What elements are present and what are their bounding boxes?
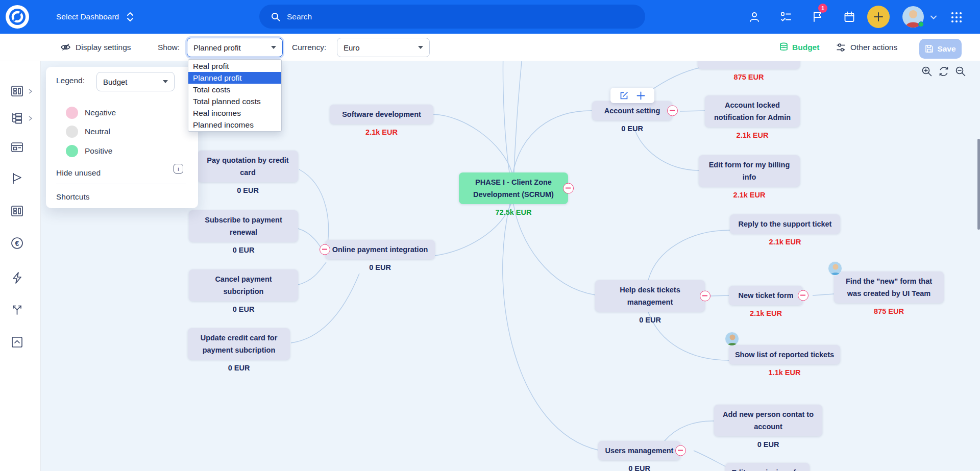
node-new-ticket-form[interactable]: New ticket form 2.1k EUR [729, 286, 803, 318]
legend-type-value: Budget [103, 78, 128, 86]
sidebar-flag-icon[interactable] [10, 171, 24, 185]
legend-item-neutral: Neutral [85, 126, 110, 138]
option-total-costs[interactable]: Total costs [188, 84, 281, 95]
currency-label: Currency: [292, 34, 326, 61]
assignee-avatar [725, 332, 739, 346]
node-cancel-subscription[interactable]: Cancel payment subcription 0 EUR [189, 269, 298, 314]
hide-unused-toggle[interactable]: Hide unused [56, 167, 101, 178]
node-online-payment[interactable]: Online payment integration 0 EUR [325, 240, 435, 272]
tasks-checklist-icon[interactable] [780, 11, 792, 23]
sidebar-branch-icon[interactable] [10, 303, 24, 316]
sidebar-hierarchy-icon[interactable] [10, 111, 24, 125]
node-subscribe-renewal[interactable]: Subscribe to payment renewal 0 EUR [189, 210, 298, 255]
node-hover-toolbar [610, 88, 654, 103]
person-icon[interactable] [748, 11, 761, 23]
sidebar-browser-icon[interactable] [10, 140, 24, 154]
collapse-node-button[interactable] [320, 244, 330, 255]
left-sidebar: € [0, 34, 41, 471]
search-placeholder: Search [287, 12, 312, 21]
node-update-credit-card[interactable]: Update credit card for payment subcripti… [188, 328, 290, 373]
collapse-node-button[interactable] [667, 106, 678, 116]
dashboard-selector[interactable]: Select Dashboard [56, 0, 134, 34]
legend-type-select[interactable]: Budget [96, 72, 175, 91]
zoom-in-icon[interactable] [921, 66, 933, 77]
node-value: 875 EUR [698, 72, 800, 82]
sidebar-lightning-icon[interactable] [10, 271, 24, 285]
sidebar-export-icon[interactable] [10, 335, 24, 349]
plus-icon [873, 11, 884, 22]
legend-item-positive: Positive [85, 145, 112, 157]
node-reply-support-ticket[interactable]: Reply to the support ticket 2.1k EUR [730, 214, 840, 247]
chevron-up-down-icon [126, 11, 134, 22]
collapse-node-button[interactable] [675, 445, 686, 456]
node-account-setting[interactable]: Account setting 0 EUR [592, 101, 672, 134]
node-phase1-root[interactable]: PHASE I - Client Zone Development (SCRUM… [459, 172, 568, 217]
node-value: 0 EUR [598, 463, 680, 471]
node-account-locked[interactable]: Account locked notification for Admin 2.… [705, 95, 800, 140]
node-users-management[interactable]: Users management 0 EUR [598, 441, 680, 471]
node-cut-top[interactable]: 875 EUR [698, 61, 800, 82]
option-real-profit[interactable]: Real profit [188, 60, 281, 72]
collapse-node-button[interactable] [700, 291, 710, 302]
chevron-down-icon[interactable] [930, 14, 937, 21]
collapse-node-button[interactable] [563, 183, 574, 194]
option-total-planned-costs[interactable]: Total planned costs [188, 95, 281, 107]
legend-dot-negative [66, 107, 78, 119]
svg-text:€: € [15, 239, 19, 247]
caret-down-icon [163, 80, 168, 83]
node-value: 0 EUR [714, 439, 822, 450]
node-add-person-contact[interactable]: Add new person contat to account 0 EUR [714, 405, 822, 450]
node-find-new-form[interactable]: Find the "new" form that was created by … [834, 271, 944, 316]
show-label: Show: [158, 34, 180, 61]
option-planned-profit[interactable]: Planned profit [188, 72, 281, 84]
node-edit-billing-form[interactable]: Edit form for my billing info 2.1k EUR [699, 155, 800, 200]
node-show-reported-tickets[interactable]: Show list of reported tickets 1.1k EUR [729, 345, 840, 378]
other-actions-button[interactable]: Other actions [836, 34, 897, 61]
node-value: 0 EUR [198, 185, 298, 195]
currency-select[interactable]: Euro [337, 38, 430, 57]
node-value: 1.1k EUR [729, 367, 840, 378]
sidebar-dashboard-icon[interactable] [10, 84, 24, 98]
online-status-dot [918, 21, 924, 27]
database-icon [779, 42, 789, 53]
node-value: 2.1k EUR [699, 190, 800, 200]
caret-down-icon [271, 46, 276, 49]
shortcuts-link[interactable]: Shortcuts [56, 191, 89, 202]
node-value: 2.1k EUR [330, 127, 433, 137]
add-button[interactable] [867, 6, 890, 28]
zoom-out-icon[interactable] [955, 66, 966, 77]
chevron-right-icon[interactable] [28, 89, 33, 94]
add-child-icon[interactable] [636, 91, 646, 101]
option-planned-incomes[interactable]: Planned incomes [188, 119, 281, 131]
node-helpdesk-management[interactable]: Help desk tickets management 0 EUR [595, 280, 705, 325]
edit-icon[interactable] [619, 91, 629, 101]
caret-down-icon [418, 46, 423, 49]
display-settings-button[interactable]: Display settings [60, 34, 131, 61]
node-pay-quotation[interactable]: Pay quotation by credit card 0 EUR [198, 151, 298, 195]
refresh-icon[interactable] [938, 66, 949, 77]
node-software-development[interactable]: Software development 2.1k EUR [330, 105, 433, 137]
info-icon[interactable]: i [174, 164, 183, 173]
node-value: 72.5k EUR [459, 207, 568, 217]
budget-button[interactable]: Budget [779, 34, 819, 61]
save-button[interactable]: Save [919, 39, 962, 59]
search-input[interactable]: Search [259, 5, 645, 29]
canvas-vertical-scrollbar[interactable] [977, 139, 980, 230]
collapse-node-button[interactable] [798, 290, 808, 301]
node-value: 0 EUR [189, 245, 298, 255]
calendar-icon[interactable] [843, 11, 855, 23]
show-select[interactable]: Planned profit [187, 38, 283, 57]
sidebar-money-euro-icon[interactable]: € [10, 236, 24, 250]
node-value: 2.1k EUR [729, 308, 803, 318]
node-edit-permissions[interactable]: Edit permissions for [725, 463, 810, 471]
sidebar-panels-icon[interactable] [10, 204, 24, 218]
node-value: 0 EUR [189, 304, 298, 314]
apps-grid-icon[interactable] [949, 10, 964, 24]
show-select-dropdown: Real profit Planned profit Total costs T… [188, 59, 282, 132]
node-value: 0 EUR [592, 123, 672, 134]
save-floppy-icon [925, 44, 934, 53]
chevron-right-icon[interactable] [28, 116, 33, 121]
option-real-incomes[interactable]: Real incomes [188, 107, 281, 119]
app-logo-icon[interactable] [6, 5, 29, 29]
node-value: 2.1k EUR [705, 130, 800, 140]
